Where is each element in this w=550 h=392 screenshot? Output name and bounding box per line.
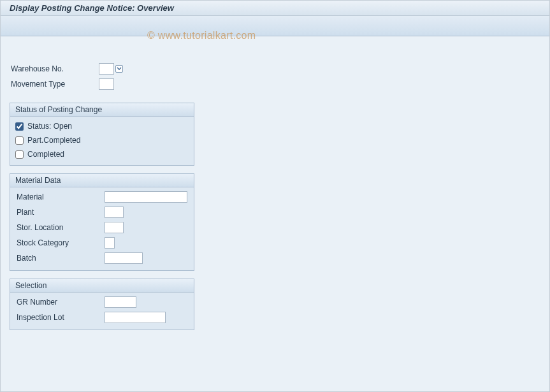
label-status-open: Status: Open bbox=[27, 122, 72, 131]
top-fields: Warehouse No. Movement Type bbox=[10, 62, 539, 91]
field-material: Material bbox=[15, 190, 189, 204]
window: Display Posting Change Notice: Overview … bbox=[0, 0, 550, 392]
input-plant[interactable] bbox=[105, 207, 124, 218]
input-stock-category[interactable] bbox=[105, 237, 115, 249]
field-stock-category: Stock Category bbox=[15, 236, 189, 250]
label-batch: Batch bbox=[15, 254, 105, 263]
input-gr-number[interactable] bbox=[105, 296, 136, 308]
field-movement-type: Movement Type bbox=[10, 77, 539, 91]
row-completed: Completed bbox=[15, 147, 189, 161]
label-movement-type: Movement Type bbox=[10, 80, 99, 89]
label-completed: Completed bbox=[27, 150, 64, 159]
title-bar: Display Posting Change Notice: Overview bbox=[1, 1, 549, 16]
toolbar: © www.tutorialkart.com bbox=[1, 16, 549, 36]
group-material: Material Data Material Plant Stor. Locat… bbox=[10, 173, 194, 271]
label-stock-category: Stock Category bbox=[15, 238, 105, 247]
field-plant: Plant bbox=[15, 205, 189, 219]
checkbox-completed[interactable] bbox=[15, 150, 24, 159]
search-help-icon[interactable] bbox=[115, 65, 123, 73]
checkbox-status-open[interactable] bbox=[15, 122, 24, 131]
input-stor-location[interactable] bbox=[105, 222, 124, 233]
checkbox-part-completed[interactable] bbox=[15, 136, 24, 145]
field-inspection-lot: Inspection Lot bbox=[15, 310, 189, 324]
label-inspection-lot: Inspection Lot bbox=[15, 313, 105, 322]
group-status: Status of Posting Change Status: Open Pa… bbox=[10, 103, 194, 166]
group-title-material: Material Data bbox=[10, 174, 194, 187]
page-title: Display Posting Change Notice: Overview bbox=[10, 3, 174, 13]
label-gr-number: GR Number bbox=[15, 298, 105, 307]
field-warehouse-no: Warehouse No. bbox=[10, 62, 539, 76]
field-stor-location: Stor. Location bbox=[15, 221, 189, 235]
input-batch[interactable] bbox=[105, 252, 143, 264]
content-area: Warehouse No. Movement Type Statu bbox=[1, 36, 549, 348]
row-status-open: Status: Open bbox=[15, 119, 189, 133]
input-material[interactable] bbox=[105, 191, 187, 203]
label-part-completed: Part.Completed bbox=[27, 136, 80, 145]
row-part-completed: Part.Completed bbox=[15, 133, 189, 147]
label-material: Material bbox=[15, 192, 105, 201]
group-title-status: Status of Posting Change bbox=[10, 103, 194, 117]
field-batch: Batch bbox=[15, 251, 189, 265]
group-selection: Selection GR Number Inspection Lot bbox=[10, 279, 194, 330]
label-plant: Plant bbox=[15, 208, 105, 217]
label-warehouse-no: Warehouse No. bbox=[10, 64, 99, 73]
input-movement-type[interactable] bbox=[99, 78, 114, 90]
svg-rect-0 bbox=[116, 66, 123, 73]
field-gr-number: GR Number bbox=[15, 295, 189, 309]
input-warehouse-no[interactable] bbox=[99, 63, 114, 75]
input-inspection-lot[interactable] bbox=[105, 312, 166, 323]
group-title-selection: Selection bbox=[10, 279, 194, 293]
label-stor-location: Stor. Location bbox=[15, 223, 105, 232]
